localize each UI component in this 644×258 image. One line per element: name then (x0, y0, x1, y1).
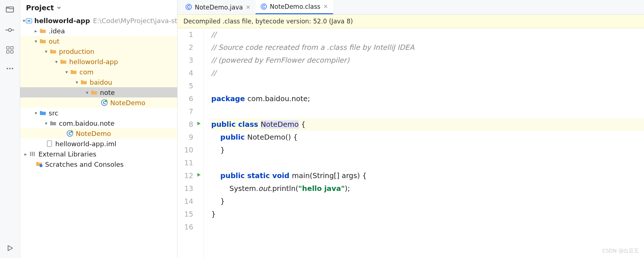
scratches-icon (36, 161, 43, 167)
svg-rect-5 (11, 47, 13, 49)
tool-rail (0, 0, 20, 258)
close-icon[interactable]: ✕ (246, 4, 250, 11)
tab-label: NoteDemo.java (195, 4, 243, 11)
editor-tabs: Ⓒ NoteDemo.java ✕ Ⓒ NoteDemo.class ✕ (178, 0, 644, 15)
tree-hwapp[interactable]: ▾ helloworld-app (20, 56, 177, 67)
gutter[interactable]: 12345678910111213141516 (178, 28, 204, 258)
svg-point-9 (9, 68, 11, 69)
svg-rect-12 (27, 20, 30, 22)
folder-tool-icon[interactable] (5, 5, 14, 14)
library-icon (29, 151, 36, 157)
watermark: CSDN @白豆五 (602, 248, 639, 254)
tab-notedemo-class[interactable]: Ⓒ NoteDemo.class ✕ (256, 0, 333, 14)
svg-point-23 (40, 164, 42, 167)
run-tool-icon[interactable] (7, 245, 13, 251)
svg-point-10 (12, 68, 13, 69)
folder-icon (60, 59, 67, 64)
svg-point-8 (7, 68, 8, 69)
svg-rect-21 (32, 152, 33, 156)
editor-area: Ⓒ NoteDemo.java ✕ Ⓒ NoteDemo.class ✕ Dec… (178, 0, 644, 258)
source-folder-icon (39, 110, 46, 115)
tree-scratches[interactable]: Scratches and Consoles (20, 159, 177, 169)
svg-point-1 (8, 29, 11, 32)
tab-notedemo-java[interactable]: Ⓒ NoteDemo.java ✕ (180, 0, 256, 14)
tree-out[interactable]: ▾ out (20, 36, 177, 46)
svg-rect-20 (30, 152, 31, 156)
project-header[interactable]: Project (20, 0, 177, 15)
package-icon (49, 121, 57, 126)
commit-tool-icon[interactable] (5, 28, 14, 32)
folder-icon (39, 38, 46, 44)
svg-rect-6 (7, 51, 9, 53)
class-icon: Ⓒ (186, 3, 192, 11)
decompile-banner: Decompiled .class file, bytecode version… (178, 15, 644, 28)
tree-note[interactable]: ▾ note (20, 87, 177, 97)
svg-rect-7 (11, 51, 13, 53)
tree-baidou[interactable]: ▾ baidou (20, 77, 177, 87)
folder-icon (90, 90, 98, 95)
structure-tool-icon[interactable] (6, 46, 14, 54)
more-tool-icon[interactable] (6, 67, 14, 70)
close-icon[interactable]: ✕ (323, 3, 328, 10)
folder-icon (70, 69, 77, 74)
tree-root[interactable]: ▾ helloworld-app E:\Code\MyProject\java-… (20, 15, 177, 26)
tree-extlib[interactable]: ▸ External Libraries (20, 149, 177, 159)
class-icon: C (66, 130, 74, 137)
project-panel: Project ▾ helloworld-app E:\Code\MyProje… (20, 0, 178, 258)
class-icon: C (101, 99, 108, 106)
project-title: Project (26, 4, 54, 12)
tree-notedemo-java[interactable]: C NoteDemo (20, 128, 177, 139)
tree-com[interactable]: ▾ com (20, 67, 177, 77)
file-icon (46, 140, 53, 147)
svg-rect-19 (47, 141, 52, 147)
svg-rect-22 (34, 152, 35, 156)
svg-rect-4 (7, 47, 9, 49)
tree-notedemo-class[interactable]: C NoteDemo (20, 97, 177, 108)
svg-point-15 (105, 100, 107, 102)
svg-point-18 (71, 130, 73, 133)
code-editor[interactable]: 12345678910111213141516 //// Source code… (178, 28, 644, 258)
tree-iml[interactable]: helloworld-app.iml (20, 139, 177, 149)
folder-icon (80, 80, 88, 85)
tab-label: NoteDemo.class (270, 3, 320, 10)
tree-production[interactable]: ▾ production (20, 46, 177, 56)
folder-icon (39, 28, 46, 33)
class-icon: Ⓒ (261, 3, 267, 11)
chevron-down-icon (57, 5, 61, 10)
project-tree[interactable]: ▾ helloworld-app E:\Code\MyProject\java-… (20, 15, 177, 258)
module-icon (26, 18, 32, 23)
code-body[interactable]: //// Source code recreated from a .class… (204, 28, 644, 258)
tree-src[interactable]: ▾ src (20, 108, 177, 118)
tree-package[interactable]: ▾ com.baidou.note (20, 118, 177, 128)
tree-idea[interactable]: ▸ .idea (20, 26, 177, 36)
folder-icon (49, 49, 57, 54)
